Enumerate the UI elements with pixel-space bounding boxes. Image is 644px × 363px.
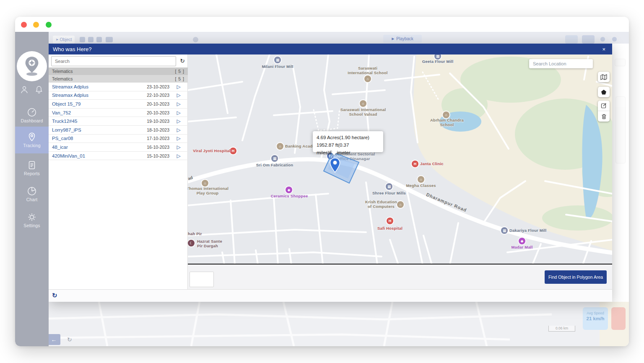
- play-button[interactable]: ▷: [169, 144, 188, 150]
- play-icon: ▶: [392, 37, 394, 41]
- chat-icon[interactable]: [106, 37, 113, 42]
- sidebar-item-tracking[interactable]: Tracking: [15, 127, 49, 153]
- play-button[interactable]: ▷: [169, 101, 188, 107]
- building-icon[interactable]: ▦: [271, 155, 278, 162]
- vehicle-row[interactable]: Streamax Adplus 23-10-2023 ▷: [49, 83, 188, 91]
- vehicle-row[interactable]: Streamax Adplus 22-10-2023 ▷: [49, 91, 188, 100]
- back-button[interactable]: ←: [49, 334, 60, 345]
- play-button[interactable]: ▷: [169, 153, 188, 159]
- building-icon[interactable]: [96, 37, 102, 42]
- hospital-icon[interactable]: H: [387, 218, 393, 224]
- building-icon[interactable]: ▦: [386, 183, 392, 190]
- zoom-window-button[interactable]: [46, 22, 52, 28]
- map-poi-label: Milani Flour Mill: [262, 65, 293, 69]
- user-icon[interactable]: [19, 85, 29, 95]
- polygon-area-input[interactable]: [190, 272, 214, 287]
- vehicle-row[interactable]: Object 15_79 20-10-2023 ▷: [49, 100, 188, 109]
- map-layers-icon[interactable]: [598, 72, 610, 82]
- object-button[interactable]: ➤ Object: [53, 36, 75, 44]
- play-button[interactable]: ▷: [169, 135, 188, 141]
- playback-button-label: Playback: [396, 36, 413, 41]
- vehicle-name: Lorry987_iPS: [52, 127, 137, 132]
- play-button[interactable]: ▷: [169, 92, 188, 98]
- sidebar-item-settings[interactable]: Settings: [15, 209, 49, 231]
- play-button[interactable]: ▷: [169, 110, 188, 116]
- sidebar-item-label: Dashboard: [15, 118, 49, 123]
- vehicle-row[interactable]: 48_icar 16-10-2023 ▷: [49, 143, 188, 152]
- refresh-icon[interactable]: ↻: [52, 292, 57, 299]
- vehicle-date: 18-10-2023: [137, 127, 169, 132]
- sidebar-item-dashboard[interactable]: Dashboard: [15, 104, 49, 125]
- faded-map-roads: [49, 302, 629, 346]
- group-count: [ 5 ]: [175, 69, 184, 74]
- shop-icon[interactable]: ◆: [286, 187, 292, 193]
- school-icon[interactable]: ⌂: [202, 180, 208, 187]
- vehicle-date: 15-10-2023: [137, 153, 169, 158]
- delete-icon[interactable]: [598, 111, 610, 122]
- vehicle-group-row[interactable]: Telematics [ 5 ]: [49, 75, 188, 83]
- group-name: Telematics: [52, 76, 73, 81]
- map-base-layer: [188, 54, 612, 264]
- vehicle-row[interactable]: 420MiniVan_01 15-10-2023 ▷: [49, 152, 188, 161]
- gear-icon[interactable]: [193, 37, 198, 42]
- map-poi-label: Thomas International Play Group: [188, 187, 229, 196]
- map-poi-label: Abrham Chandra School: [430, 118, 464, 127]
- map-marker-pin[interactable]: [330, 158, 340, 173]
- speed-alert-badge: [611, 307, 626, 330]
- driver-icon[interactable]: [88, 37, 93, 42]
- vehicle-date: 20-10-2023: [137, 110, 169, 115]
- play-button[interactable]: ▷: [169, 84, 188, 90]
- building-icon[interactable]: ▦: [501, 227, 508, 234]
- map-scale: 0.06 km: [548, 326, 575, 332]
- find-object-in-polygon-button[interactable]: Find Object in Polygon Area: [545, 270, 607, 284]
- who-was-here-modal: Who was Here? × ↻ Telematics [ 5 ] Telem…: [49, 44, 612, 302]
- vehicle-name: Streamax Adplus: [52, 93, 137, 98]
- vehicle-row[interactable]: Van_752 20-10-2023 ▷: [49, 109, 188, 117]
- vehicle-row[interactable]: Lorry987_iPS 18-10-2023 ▷: [49, 126, 188, 135]
- settings-icon-small[interactable]: [612, 37, 617, 41]
- location-pin-logo-icon: [21, 54, 43, 78]
- draw-polygon-icon[interactable]: [598, 87, 610, 97]
- sidebar-item-chart[interactable]: Chart: [15, 183, 49, 204]
- school-icon[interactable]: ⌂: [397, 201, 404, 208]
- close-icon[interactable]: ×: [600, 46, 608, 52]
- refresh-icon[interactable]: ↻: [67, 336, 72, 343]
- search-input[interactable]: [51, 56, 176, 66]
- vehicle-name: 48_icar: [52, 145, 137, 150]
- minimize-window-button[interactable]: [33, 22, 39, 28]
- building-icon[interactable]: ▦: [274, 57, 281, 63]
- map-poi-label: Saraswati International School: [348, 66, 387, 75]
- vehicle-row[interactable]: PS_car08 17-10-2023 ▷: [49, 135, 188, 143]
- shop-icon[interactable]: ◆: [519, 238, 525, 244]
- close-window-button[interactable]: [21, 22, 27, 28]
- modal-footer: ↻: [49, 289, 612, 302]
- screen: ➤ Object ▶ Playback: [0, 0, 644, 363]
- vehicle-name: Streamax Adplus: [52, 84, 137, 89]
- play-button[interactable]: ▷: [169, 127, 188, 133]
- refresh-icon[interactable]: ↻: [179, 57, 186, 65]
- cloud-icon[interactable]: [600, 37, 605, 41]
- user-icon[interactable]: [80, 37, 85, 42]
- vehicle-row[interactable]: Truck12#45 19-10-2023 ▷: [49, 117, 188, 126]
- dargah-icon[interactable]: ☾: [188, 240, 195, 246]
- school-icon[interactable]: ⌂: [360, 100, 366, 107]
- map-location-search-input[interactable]: [529, 59, 593, 68]
- hospital-icon[interactable]: H: [412, 161, 418, 167]
- vehicle-group-row[interactable]: Telematics [ 5 ]: [49, 67, 188, 75]
- hospital-icon[interactable]: H: [230, 148, 236, 154]
- play-button[interactable]: ▷: [169, 118, 188, 124]
- account-icon[interactable]: [582, 35, 595, 44]
- bell-icon[interactable]: [34, 85, 44, 95]
- school-icon[interactable]: ⌂: [418, 176, 424, 183]
- school-icon[interactable]: ⌂: [364, 75, 371, 82]
- map-canvas[interactable]: ▦ ▦ ⌂ ⌂ ⌂ ⌂ H ▦ ▦ H ⌂ ⌂ ◆ ▦ ⌂ H ☾ ▦ ◆: [188, 54, 612, 264]
- school-icon[interactable]: ⌂: [443, 111, 449, 118]
- playback-button[interactable]: ▶ Playback: [383, 35, 422, 43]
- edit-icon[interactable]: [598, 101, 610, 111]
- vehicle-name: Truck12#45: [52, 119, 137, 124]
- gear-icon: [26, 212, 37, 223]
- background-map-strip: ← ↻ 0.06 km Avg Speed 21 km/h: [49, 302, 629, 346]
- school-icon[interactable]: ⌂: [277, 143, 283, 150]
- share-icon[interactable]: [565, 35, 578, 44]
- sidebar-item-reports[interactable]: Reports: [15, 157, 49, 178]
